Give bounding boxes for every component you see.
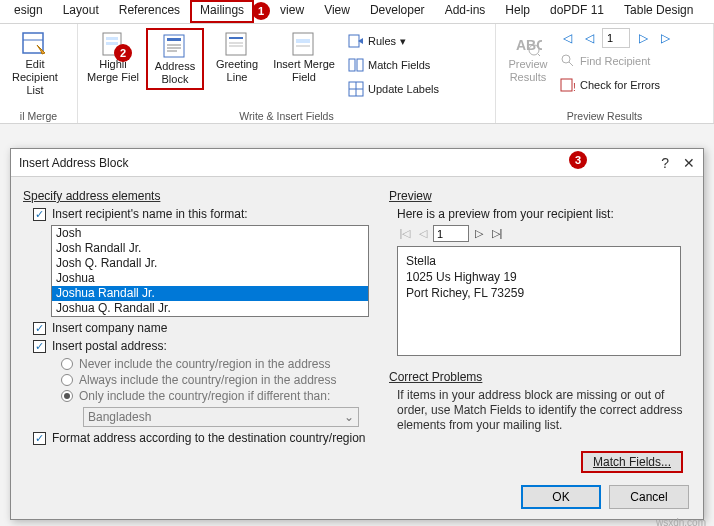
dlg-nav-last[interactable]: ▷| [489,225,505,242]
match-fields-button[interactable]: Match Fields... [581,451,683,473]
update-labels-button[interactable]: Update Labels [346,78,441,100]
specify-heading: Specify address elements [23,189,369,203]
insert-merge-icon [288,30,320,58]
svg-rect-28 [561,79,572,91]
list-item[interactable]: Josh Randall Jr. [52,241,368,256]
radio-always-label: Always include the country/region in the… [79,373,336,387]
dlg-nav-input[interactable] [433,225,469,242]
format-destination-checkbox[interactable] [33,432,46,445]
svg-line-27 [569,62,573,66]
rules-button[interactable]: Rules ▾ [346,30,441,52]
insert-name-checkbox[interactable] [33,208,46,221]
check-errors-button[interactable]: !Check for Errors [558,74,674,96]
insert-address-block-dialog: Insert Address Block ? ✕ Specify address… [10,148,704,520]
dlg-nav-first[interactable]: |◁ [397,225,413,242]
ok-button[interactable]: OK [521,485,601,509]
radio-never[interactable] [61,358,73,370]
rules-label: Rules [368,35,396,47]
nav-prev-button[interactable]: ◁ [580,29,598,47]
preview-hint: Here is a preview from your recipient li… [397,207,691,221]
radio-always[interactable] [61,374,73,386]
highlight-label: Highli Merge Fiel [87,58,139,84]
address-block-button[interactable]: Address Block [146,28,204,90]
close-button[interactable]: ✕ [683,155,695,171]
insert-merge-field-button[interactable]: Insert Merge Field [270,28,338,86]
greeting-line-button[interactable]: Greeting Line [208,28,266,86]
correct-text: If items in your address block are missi… [397,388,683,433]
edit-recipient-icon [19,30,51,58]
insert-merge-label: Insert Merge Field [273,58,335,84]
watermark: wsxdn.com [656,517,706,526]
tab-addins[interactable]: Add-ins [435,0,496,23]
nav-next-button[interactable]: ▷ [634,29,652,47]
preview-results-button[interactable]: ABC Preview Results [504,28,552,96]
rules-icon [348,33,364,49]
cancel-button[interactable]: Cancel [609,485,689,509]
svg-rect-19 [357,59,363,71]
svg-rect-10 [226,33,246,55]
ribbon-tabs: esign Layout References Mailings 1 view … [0,0,714,24]
svg-rect-3 [106,37,118,40]
dlg-nav-next[interactable]: ▷ [471,225,487,242]
chevron-down-icon: ⌄ [344,410,354,424]
svg-rect-6 [167,38,181,41]
insert-company-label: Insert company name [52,321,167,335]
svg-text:!: ! [573,82,576,93]
correct-heading: Correct Problems [389,370,691,384]
update-labels-label: Update Labels [368,83,439,95]
group-preview-label: Preview Results [504,108,705,123]
preview-line: Stella [406,253,672,269]
dlg-nav-prev[interactable]: ◁ [415,225,431,242]
insert-postal-checkbox[interactable] [33,340,46,353]
tab-design[interactable]: esign [4,0,53,23]
format-destination-label: Format address according to the destinat… [52,431,366,445]
edit-recipient-label: Edit Recipient List [8,58,62,97]
tab-developer[interactable]: Developer [360,0,435,23]
preview-icon: ABC [512,30,544,58]
list-item[interactable]: Josh Q. Randall Jr. [52,256,368,271]
list-item[interactable]: Josh [52,226,368,241]
nav-last-button[interactable]: ▷ [656,29,674,47]
svg-rect-17 [349,35,359,47]
greeting-label: Greeting Line [216,58,258,84]
group-write-label: Write & Insert Fields [84,108,489,123]
radio-never-label: Never include the country/region in the … [79,357,330,371]
country-combo[interactable]: Bangladesh⌄ [83,407,359,427]
list-item-selected[interactable]: Joshua Randall Jr. [52,286,368,301]
find-recipient-button[interactable]: Find Recipient [558,50,674,72]
check-errors-label: Check for Errors [580,79,660,91]
find-recipient-label: Find Recipient [580,55,650,67]
tab-review[interactable]: view [270,0,314,23]
tab-tabledesign[interactable]: Table Design [614,0,703,23]
preview-line: Port Richey, FL 73259 [406,285,672,301]
edit-recipient-list-button[interactable]: Edit Recipient List [6,28,64,99]
svg-line-25 [538,54,541,56]
name-format-listbox[interactable]: Josh Josh Randall Jr. Josh Q. Randall Jr… [51,225,369,317]
tab-dopdf[interactable]: doPDF 11 [540,0,614,23]
list-item[interactable]: Joshua [52,271,368,286]
chevron-down-icon: ▾ [400,35,406,48]
address-block-label: Address Block [155,60,195,86]
tab-help[interactable]: Help [495,0,540,23]
radio-only[interactable] [61,390,73,402]
tab-view[interactable]: View [314,0,360,23]
nav-record-input[interactable] [602,28,630,48]
tab-layout[interactable]: Layout [53,0,109,23]
match-fields-label: Match Fields [368,59,430,71]
help-button[interactable]: ? [661,155,669,171]
preview-box: Stella 1025 Us Highway 19 Port Richey, F… [397,246,681,356]
tab-references[interactable]: References [109,0,190,23]
insert-company-checkbox[interactable] [33,322,46,335]
svg-rect-4 [106,42,118,45]
svg-point-26 [562,55,570,63]
check-errors-icon: ! [560,77,576,93]
nav-first-button[interactable]: ◁ [558,29,576,47]
match-fields-icon [348,57,364,73]
svg-rect-15 [296,39,310,43]
find-recipient-icon [560,53,576,69]
list-item[interactable]: Joshua Q. Randall Jr. [52,301,368,316]
tab-mailings[interactable]: Mailings [190,0,254,23]
match-fields-ribbon-button[interactable]: Match Fields [346,54,441,76]
badge-1: 1 [252,2,270,20]
highlight-merge-fields-button[interactable]: 2 Highli Merge Fiel [84,28,142,86]
